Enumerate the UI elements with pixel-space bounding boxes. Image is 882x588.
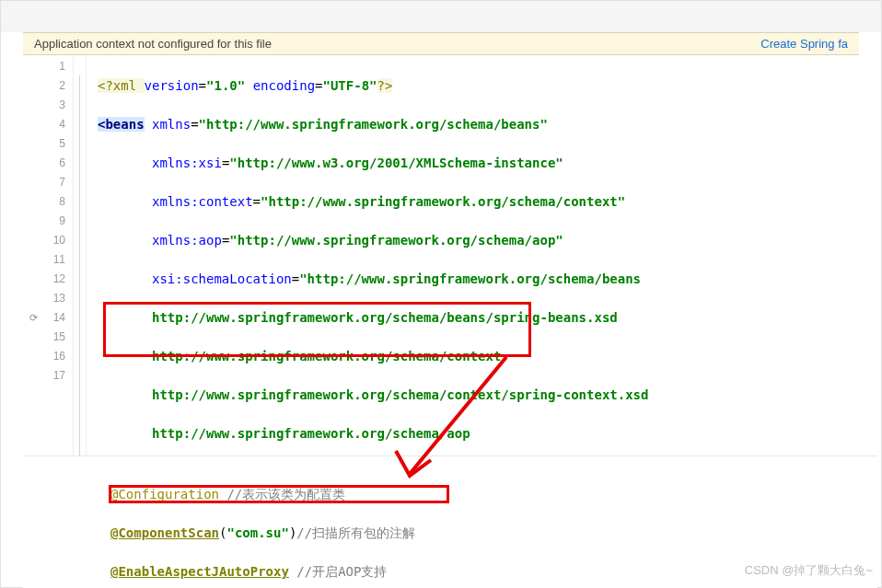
line-number: 5 <box>23 134 65 154</box>
bean-gutter-icon[interactable]: ⟳ <box>25 308 38 321</box>
beans-tag: <beans <box>98 117 145 132</box>
line-number: 3 <box>23 96 65 115</box>
line-number: 13 <box>23 289 65 308</box>
line-number: 8 <box>23 192 65 212</box>
configuration-annotation: @Configuration <box>110 487 219 502</box>
watermark: CSDN @掉了颗大白兔~ <box>745 562 873 579</box>
line-number: 12 <box>23 270 65 289</box>
line-number: 16 <box>23 347 65 366</box>
enableaspectj-annotation: @EnableAspectJAutoProxy <box>110 564 289 579</box>
line-number: 4 <box>23 115 65 134</box>
line-number: 6 <box>23 154 65 173</box>
line-number: 10 <box>23 231 65 250</box>
componentscan-annotation: @ComponentScan <box>110 525 219 540</box>
line-number: 2 <box>23 76 65 96</box>
line-number: 17 <box>23 366 65 386</box>
line-number: 1 <box>23 57 65 76</box>
line-number: 7 <box>23 173 65 192</box>
line-number: 15 <box>23 328 65 347</box>
line-number: 9 <box>23 212 65 231</box>
line-number: 11 <box>23 250 65 270</box>
xml-decl: <?xml <box>98 78 145 93</box>
